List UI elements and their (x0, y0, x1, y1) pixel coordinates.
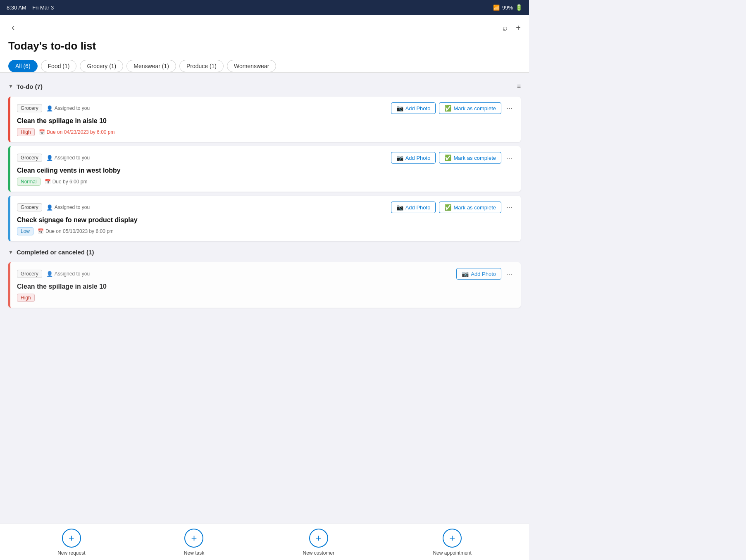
task-due-date-task1: 📅 Due on 04/23/2023 by 6:00 pm (39, 129, 115, 135)
header-nav: ‹ ⌕ + (8, 18, 521, 37)
filter-tab-all[interactable]: All (6) (8, 60, 38, 72)
check-icon: ✅ (444, 154, 451, 161)
task-card-task2: Grocery👤 Assigned to you📷 Add Photo✅ Mar… (8, 146, 521, 192)
task-card-top-task1: Grocery👤 Assigned to you📷 Add Photo✅ Mar… (17, 102, 514, 114)
task-footer-task1: High📅 Due on 04/23/2023 by 6:00 pm (17, 128, 514, 136)
add-photo-button-ctask1[interactable]: 📷 Add Photo (456, 268, 501, 280)
page-title: Today's to-do list (8, 37, 521, 57)
task-footer-task2: Normal📅 Due by 6:00 pm (17, 178, 514, 186)
task-card-task1: Grocery👤 Assigned to you📷 Add Photo✅ Mar… (8, 97, 521, 142)
assigned-icon: 👤 (46, 105, 53, 112)
add-photo-button-task3[interactable]: 📷 Add Photo (391, 202, 436, 213)
more-button-task2[interactable]: ··· (505, 154, 514, 162)
status-date: Fri Mar 3 (32, 5, 54, 11)
add-button[interactable]: + (516, 23, 521, 33)
back-button[interactable]: ‹ (8, 21, 18, 35)
task-category-task3: Grocery (17, 203, 42, 211)
task-footer-ctask1: High (17, 294, 514, 302)
task-title-task2: Clean ceiling vents in west lobby (17, 167, 514, 174)
check-icon: ✅ (444, 204, 451, 211)
task-priority-task1: High (17, 128, 35, 136)
task-actions-task1: 📷 Add Photo✅ Mark as complete··· (391, 102, 514, 114)
task-footer-task3: Low📅 Due on 05/10/2023 by 6:00 pm (17, 227, 514, 235)
task-card-top-task2: Grocery👤 Assigned to you📷 Add Photo✅ Mar… (17, 152, 514, 164)
camera-icon: 📷 (462, 271, 469, 277)
task-title-task3: Check signage fo new product display (17, 216, 514, 224)
todo-tasks-list: Grocery👤 Assigned to you📷 Add Photo✅ Mar… (8, 97, 521, 241)
add-photo-button-task1[interactable]: 📷 Add Photo (391, 102, 436, 114)
assigned-icon: 👤 (46, 204, 53, 211)
mark-complete-button-task3[interactable]: ✅ Mark as complete (439, 202, 501, 213)
battery-icon: 🔋 (515, 4, 522, 11)
check-icon: ✅ (444, 105, 451, 112)
task-assigned-task1: 👤 Assigned to you (46, 105, 90, 112)
filter-tab-menswear[interactable]: Menswear (1) (126, 60, 176, 72)
task-due-date-task2: 📅 Due by 6:00 pm (45, 179, 88, 185)
mark-complete-button-task1[interactable]: ✅ Mark as complete (439, 102, 501, 114)
more-button-task1[interactable]: ··· (505, 104, 514, 113)
status-bar-right: 📶 99% 🔋 (493, 4, 522, 11)
more-button-ctask1[interactable]: ··· (505, 270, 514, 278)
completed-chevron-icon: ▼ (8, 249, 13, 255)
add-photo-button-task2[interactable]: 📷 Add Photo (391, 152, 436, 164)
header: ‹ ⌕ + Today's to-do list All (6)Food (1)… (0, 15, 529, 73)
task-category-ctask1: Grocery (17, 270, 42, 278)
task-actions-task3: 📷 Add Photo✅ Mark as complete··· (391, 202, 514, 213)
camera-icon: 📷 (396, 204, 403, 211)
filter-tab-grocery[interactable]: Grocery (1) (80, 60, 123, 72)
camera-icon: 📷 (396, 154, 403, 161)
task-actions-task2: 📷 Add Photo✅ Mark as complete··· (391, 152, 514, 164)
todo-section-title[interactable]: ▼ To-do (7) (8, 83, 43, 90)
completed-section-title[interactable]: ▼ Completed or canceled (1) (8, 249, 94, 256)
task-meta-task1: Grocery👤 Assigned to you (17, 104, 90, 112)
status-time: 8:30 AM (7, 5, 26, 11)
task-card-top-task3: Grocery👤 Assigned to you📷 Add Photo✅ Mar… (17, 202, 514, 213)
task-meta-ctask1: Grocery👤 Assigned to you (17, 270, 90, 278)
mark-complete-button-task2[interactable]: ✅ Mark as complete (439, 152, 501, 164)
wifi-icon: 📶 (493, 5, 500, 11)
task-meta-task3: Grocery👤 Assigned to you (17, 203, 90, 211)
task-due-date-task3: 📅 Due on 05/10/2023 by 6:00 pm (38, 228, 114, 234)
filter-tab-produce[interactable]: Produce (1) (179, 60, 224, 72)
task-assigned-ctask1: 👤 Assigned to you (46, 271, 90, 277)
todo-section-label: To-do (7) (17, 83, 43, 90)
assigned-icon: 👤 (46, 271, 53, 277)
task-actions-ctask1: 📷 Add Photo··· (456, 268, 514, 280)
status-bar: 8:30 AM Fri Mar 3 📶 99% 🔋 (0, 0, 529, 15)
todo-section-header: ▼ To-do (7) ≡ (8, 79, 521, 93)
filter-tab-womenswear[interactable]: Womenswear (227, 60, 276, 72)
task-priority-task2: Normal (17, 178, 41, 186)
task-priority-ctask1: High (17, 294, 35, 302)
filter-icon[interactable]: ≡ (517, 83, 521, 90)
calendar-icon: 📅 (39, 129, 45, 135)
task-card-top-ctask1: Grocery👤 Assigned to you📷 Add Photo··· (17, 268, 514, 280)
calendar-icon: 📅 (45, 179, 51, 185)
status-bar-time-date: 8:30 AM Fri Mar 3 (7, 5, 54, 11)
completed-tasks-list: Grocery👤 Assigned to you📷 Add Photo···Cl… (8, 262, 521, 308)
task-category-task2: Grocery (17, 154, 42, 162)
task-card-task3: Grocery👤 Assigned to you📷 Add Photo✅ Mar… (8, 196, 521, 241)
task-card-ctask1: Grocery👤 Assigned to you📷 Add Photo···Cl… (8, 262, 521, 308)
main-content: ▼ To-do (7) ≡ Grocery👤 Assigned to you📷 … (0, 73, 529, 372)
filter-tabs: All (6)Food (1)Grocery (1)Menswear (1)Pr… (8, 57, 521, 72)
more-button-task3[interactable]: ··· (505, 203, 514, 212)
todo-chevron-icon: ▼ (8, 83, 13, 89)
calendar-icon: 📅 (38, 228, 44, 234)
battery-percent: 99% (502, 5, 513, 11)
task-assigned-task2: 👤 Assigned to you (46, 155, 90, 161)
task-title-ctask1: Clean the spillage in aisle 10 (17, 283, 514, 290)
assigned-icon: 👤 (46, 155, 53, 161)
filter-tab-food[interactable]: Food (1) (41, 60, 77, 72)
header-icons: ⌕ + (503, 23, 521, 33)
task-category-task1: Grocery (17, 104, 42, 112)
completed-section-label: Completed or canceled (1) (17, 249, 94, 256)
completed-section-header: ▼ Completed or canceled (1) (8, 245, 521, 259)
camera-icon: 📷 (396, 105, 403, 112)
task-priority-task3: Low (17, 227, 33, 235)
task-meta-task2: Grocery👤 Assigned to you (17, 154, 90, 162)
search-button[interactable]: ⌕ (503, 23, 508, 33)
task-assigned-task3: 👤 Assigned to you (46, 204, 90, 211)
task-title-task1: Clean the spillage in aisle 10 (17, 117, 514, 125)
